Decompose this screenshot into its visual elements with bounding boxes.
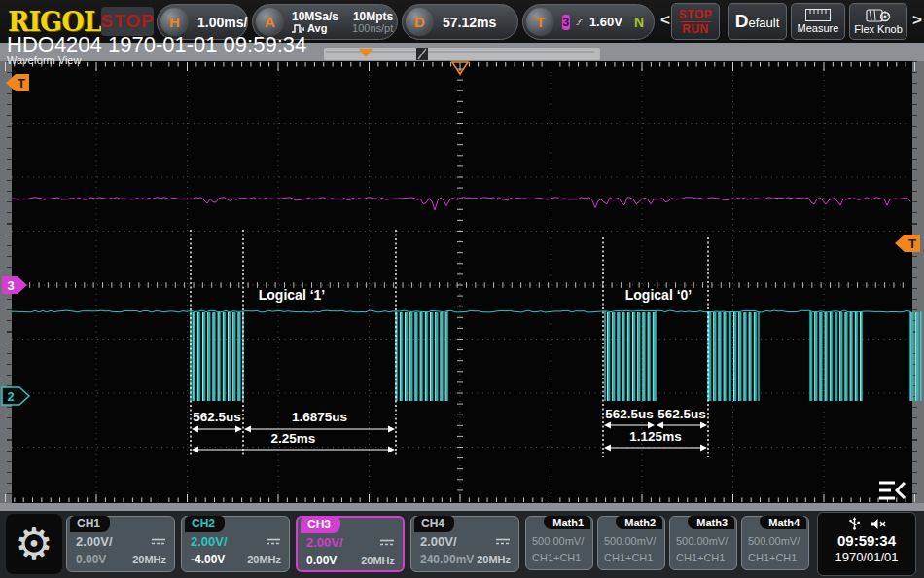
channel-offset: -4.00V [191,553,225,566]
channel-tab: CH2 [185,516,225,532]
memory-depth: 10Mpts [352,11,393,22]
math-scale: 500.00mV/ [532,535,584,547]
math-tab: Math4 [760,516,806,529]
math-card-math3[interactable]: Math3500.00mV/CH1+CH1 [669,516,737,570]
default-label: Default [735,11,780,32]
math-scale: 500.00mV/ [748,535,800,547]
dc-coupling-icon [151,537,166,546]
channel-bandwidth: 20MHz [477,554,511,565]
delay-key-icon: D [406,8,434,36]
delay-button[interactable]: D 57.12ms [402,4,518,40]
ruler-icon [805,9,831,21]
trigger-key-icon: T [526,8,554,36]
math-card-math1[interactable]: Math1500.00mV/CH1+CH1 [525,516,593,570]
left-graticule-ruler [0,61,12,503]
channel-card-ch3[interactable]: CH32.00V/ 0.00V20MHz [296,516,405,572]
waveform-display[interactable] [0,61,924,503]
dc-coupling-icon [379,538,395,547]
rigol-gear-logo[interactable]: ⚙ [6,514,62,574]
time-per-point: 100ns/pt [352,23,393,34]
acquire-mode: Avg [307,23,327,34]
clock-panel[interactable]: 09:59:34 1970/01/01 [817,512,916,576]
oscilloscope-screen: RIGOL STOP H 1.00ms/ A 10MSa/s 10Mpts N … [0,0,924,578]
waveform-preview-bar[interactable] [324,48,600,60]
right-graticule-ruler [912,61,924,503]
rising-edge-icon [576,15,583,30]
math-scale: 500.00mV/ [676,535,728,547]
math-tab: Math1 [544,516,590,529]
channel-card-ch4[interactable]: CH42.00V/ 240.00mV20MHz [410,516,519,572]
channel-offset: 240.00mV [420,553,474,566]
clock-date: 1970/01/01 [818,550,915,564]
channel-card-ch2[interactable]: CH22.00V/ -4.00V20MHz [181,516,290,572]
math-expression: CH1+CH1 [604,552,653,563]
channel-bandwidth: 20MHz [132,554,166,565]
trigger-button[interactable]: T 3 1.60V N [522,4,655,40]
collapse-menu-icon[interactable] [878,480,907,505]
default-button[interactable]: Default [728,3,787,40]
delay-value: 57.12ms [443,15,496,30]
channel-bandwidth: 20MHz [247,554,281,565]
trigger-noise-flag: N [634,15,644,30]
view-label: Waveform View [7,54,81,66]
channel-offset: 0.00V [306,554,337,567]
stop-run-button[interactable]: STOP RUN [671,3,720,40]
flex-knob-label: Flex Knob [854,23,903,35]
channel-scale: 2.00V/ [76,534,113,549]
usb-icon [848,517,861,530]
channel-card-ch1[interactable]: CH12.00V/ 0.00V20MHz [66,516,175,572]
channel-scale: 2.00V/ [191,534,228,549]
clock-time: 09:59:34 [818,532,915,549]
math-tab: Math2 [616,516,662,529]
channel-scale: 2.00V/ [420,534,457,549]
preview-trigger-slot [416,48,428,60]
math-tab: Math3 [688,516,734,529]
math-card-math4[interactable]: Math4500.00mV/CH1+CH1 [741,516,809,570]
channel-tab: CH4 [414,516,454,532]
toolbar-scroll-right[interactable]: > [912,11,922,30]
channel-scale: 2.00V/ [306,535,343,550]
bottom-frame [0,503,924,511]
measure-button[interactable]: Measure [791,3,845,40]
math-expression: CH1+CH1 [748,552,797,563]
channel-tab: CH1 [70,516,110,532]
dc-coupling-icon [266,537,281,546]
flex-knob-button[interactable]: Flex Knob [849,3,907,40]
measure-label: Measure [798,22,839,34]
stop-run-line1: STOP [679,9,712,20]
status-bar: ⚙ 09:59:34 1970/01/01 [0,511,924,578]
trigger-level-value: 1.60V [589,15,622,29]
horizontal-scale-value: 1.00ms/ [197,15,247,30]
sample-rate: 10MSa/s [292,11,338,22]
channel-offset: 0.00V [76,553,106,566]
math-scale: 500.00mV/ [604,535,656,547]
channel-tab: CH3 [301,517,340,533]
toolbar-scroll-left[interactable]: < [660,11,670,30]
knob-icon [866,8,891,22]
math-expression: CH1+CH1 [676,552,725,563]
math-expression: CH1+CH1 [532,552,581,563]
math-card-math2[interactable]: Math2500.00mV/CH1+CH1 [597,516,665,570]
preview-position-marker[interactable] [359,49,373,57]
speaker-muted-icon [871,518,886,530]
stop-run-line2: RUN [682,23,709,35]
dc-coupling-icon [495,537,511,546]
channel-bandwidth: 20MHz [361,555,395,566]
trigger-source-badge: 3 [562,15,570,30]
